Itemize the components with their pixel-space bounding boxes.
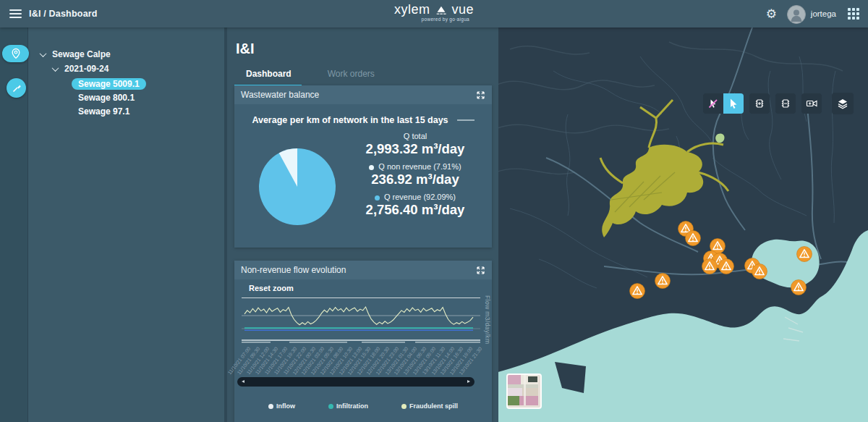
camera-tool[interactable] xyxy=(801,93,822,114)
tree-children: Sewage 5009.1Sewage 800.1Sewage 97.1 xyxy=(72,78,224,117)
alert-marker[interactable] xyxy=(702,259,718,274)
app-root: { "topbar": { "breadcrumb": "I&I / Dashb… xyxy=(0,0,868,422)
alert-marker[interactable] xyxy=(655,274,671,289)
tree-date-label: 2021-09-24 xyxy=(64,64,109,74)
expand-icon[interactable] xyxy=(476,90,485,100)
chart-legend: InflowInfiltrationFraudulent spill xyxy=(234,402,492,410)
chevron-down-icon xyxy=(40,50,47,57)
add-element-tool-icon xyxy=(754,98,765,109)
legend-dot xyxy=(401,404,407,409)
q-non-revenue-value: 236.92 m³/day xyxy=(344,172,486,187)
asset-tree: Sewage Calpe 2021-09-24 Sewage 5009.1Sew… xyxy=(28,28,224,117)
flow-evolution-card: Non-revenue flow evolution Reset zoom Fl… xyxy=(234,261,492,422)
legend-item-fraudulent-spill[interactable]: Fraudulent spill xyxy=(401,402,458,410)
chevron-down-icon xyxy=(52,64,59,72)
apps-grid-icon[interactable] xyxy=(848,8,859,20)
alert-marker[interactable] xyxy=(752,264,767,279)
tab-dashboard[interactable]: Dashboard xyxy=(234,69,302,87)
page-title: I&I xyxy=(236,41,498,57)
pointer-tool-group xyxy=(703,93,744,114)
add-element-tool[interactable] xyxy=(749,93,770,114)
tree-root-label: Sewage Calpe xyxy=(52,49,111,59)
map-toolbar xyxy=(703,93,854,114)
alert-marker[interactable] xyxy=(719,259,734,274)
gear-icon[interactable]: ⚙ xyxy=(766,6,777,22)
tab-work-orders[interactable]: Work orders xyxy=(316,69,385,87)
brush-icon xyxy=(11,83,22,94)
balance-card-title: Wastewater balance xyxy=(241,90,319,100)
tab-bar: DashboardWork orders xyxy=(234,69,498,87)
camera-tool-icon xyxy=(806,98,818,109)
avatar[interactable] xyxy=(787,5,806,24)
tree-item[interactable]: Sewage 800.1 xyxy=(72,92,224,104)
scrollbar-right-arrow[interactable] xyxy=(467,380,470,383)
chart-scrollbar[interactable] xyxy=(237,377,475,387)
brush-tool-button[interactable] xyxy=(7,78,26,98)
brand-logo: xylem vue powered by go·aigua xyxy=(394,4,474,22)
remove-element-tool[interactable] xyxy=(775,93,796,114)
q-total-value: 2,993.32 m³/day xyxy=(344,141,486,157)
brand-powered-by: powered by go·aigua xyxy=(394,17,474,22)
expand-icon[interactable] xyxy=(476,266,485,275)
flow-line-chart xyxy=(242,297,480,343)
balance-stats: Q total 2,993.32 m³/day Q non revenue (7… xyxy=(344,132,486,223)
breadcrumb[interactable]: I&I / Dashboard xyxy=(29,9,98,19)
alert-marker[interactable] xyxy=(686,231,701,246)
tool-rail xyxy=(0,28,28,422)
map-pin-icon xyxy=(10,48,22,59)
basemap-thumbnail[interactable] xyxy=(506,374,542,409)
brand-right: vue xyxy=(451,4,474,16)
highlight-area-small xyxy=(715,133,724,143)
location-tool-button[interactable] xyxy=(2,45,29,62)
scrollbar-left-arrow[interactable] xyxy=(242,380,244,383)
reset-zoom-button[interactable]: Reset zoom xyxy=(249,284,294,292)
navigation-panel: Sewage Calpe 2021-09-24 Sewage 5009.1Sew… xyxy=(28,28,224,422)
x-axis-labels: 11/10/21 07:0011/10/21 09:3011/10/21 12:… xyxy=(242,343,480,376)
lagoon-water xyxy=(752,240,820,288)
tree-node-date[interactable]: 2021-09-24 xyxy=(53,64,224,74)
map-canvas[interactable] xyxy=(495,28,868,422)
brand-left: xylem xyxy=(394,4,430,16)
legend-item-inflow[interactable]: Inflow xyxy=(268,402,295,410)
top-bar: I&I / Dashboard xylem vue powered by go·… xyxy=(0,0,868,28)
alert-marker[interactable] xyxy=(630,284,645,299)
q-total-label: Q total xyxy=(344,132,486,140)
debug-pointer-tool[interactable] xyxy=(703,93,723,114)
legend-dot xyxy=(328,404,333,409)
layers-tool-icon xyxy=(837,98,848,110)
tree-item[interactable]: Sewage 5009.1 xyxy=(72,78,224,90)
hamburger-menu-icon[interactable] xyxy=(9,9,22,18)
flow-card-title: Non-revenue flow evolution xyxy=(241,265,346,275)
main-content: I&I DashboardWork orders Wastewater bala… xyxy=(224,28,498,422)
pointer-tool-icon xyxy=(728,98,739,109)
remove-element-tool-icon xyxy=(780,98,791,109)
tree-item[interactable]: Sewage 97.1 xyxy=(72,106,224,117)
alert-marker[interactable] xyxy=(797,247,812,262)
legend-dot xyxy=(268,404,273,409)
balance-subtitle: Average per km of network in the last 15… xyxy=(252,115,448,125)
layers-tool[interactable] xyxy=(832,93,854,114)
sewage-network-area[interactable] xyxy=(600,100,728,237)
revenue-bullet xyxy=(375,195,380,201)
balance-pie-chart xyxy=(257,146,338,227)
tree-node-root[interactable]: Sewage Calpe xyxy=(41,49,224,59)
q-revenue-value: 2,756.40 m³/day xyxy=(344,202,486,218)
non-revenue-bullet xyxy=(369,165,374,170)
mountain-icon xyxy=(434,5,447,16)
pointer-tool[interactable] xyxy=(723,93,744,114)
y-axis-label: Flow m3/day/km xyxy=(484,295,491,344)
debug-pointer-tool-icon xyxy=(707,98,719,109)
q-revenue-label: Q revenue (92.09%) xyxy=(344,193,486,201)
q-non-revenue-label: Q non revenue (7.91%) xyxy=(344,162,486,171)
legend-item-infiltration[interactable]: Infiltration xyxy=(328,402,368,410)
alert-marker[interactable] xyxy=(791,280,807,295)
wastewater-balance-card: Wastewater balance Average per km of net… xyxy=(234,85,492,248)
subtitle-legend-dash xyxy=(457,119,475,121)
username-label[interactable]: jortega xyxy=(811,9,836,18)
